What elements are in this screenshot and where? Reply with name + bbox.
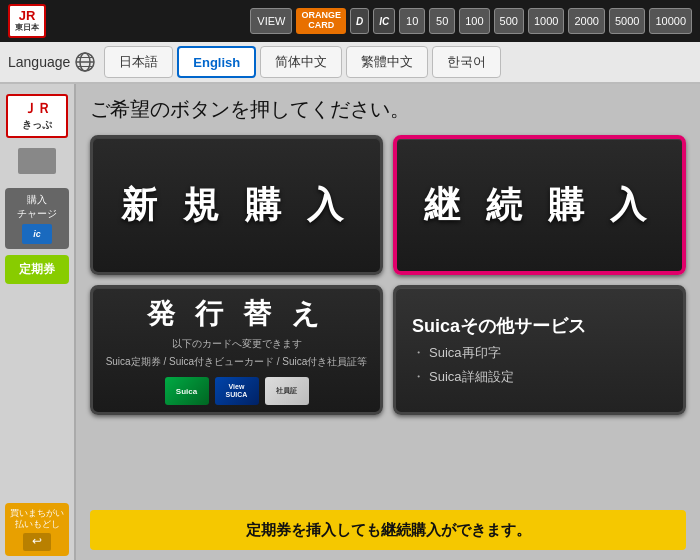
- lang-traditional-chinese[interactable]: 繁體中文: [346, 46, 428, 78]
- suica-other-title: Suicaその他サービス: [412, 314, 586, 338]
- lang-korean[interactable]: 한국어: [432, 46, 501, 78]
- d-card-button[interactable]: D: [350, 8, 369, 34]
- sidebar-jr-logo: ＪＲ きっぷ: [6, 94, 68, 138]
- refund-button[interactable]: 買いまちがい払いもどし ↩: [5, 503, 69, 556]
- instruction-text: ご希望のボタンを押してください。: [90, 96, 686, 123]
- reissue-card-images: Suica ViewSUICA 社員証: [165, 377, 309, 405]
- language-bar: Language 日本語 English 简体中文 繁體中文 한국어: [0, 42, 700, 84]
- continue-purchase-label: 継 続 購 入: [424, 181, 654, 230]
- bottom-banner: 定期券を挿入しても継続購入ができます。: [90, 510, 686, 550]
- view-card-chip: ViewSUICA: [215, 377, 259, 405]
- lang-simplified-chinese[interactable]: 简体中文: [260, 46, 342, 78]
- jr-logo-top: JR 東日本: [8, 4, 46, 38]
- coin-2000[interactable]: 2000: [568, 8, 604, 34]
- suica-other-button[interactable]: Suicaその他サービス ・ Suica再印字 ・ Suica詳細設定: [393, 285, 686, 415]
- coin-500[interactable]: 500: [494, 8, 524, 34]
- main-area: ＪＲ きっぷ 購入 チャージ ic 定期券 買いまちがい払いもどし ↩ ご希望の…: [0, 84, 700, 560]
- coin-5000[interactable]: 5000: [609, 8, 645, 34]
- top-bar: JR 東日本 VIEW ORANGECARD D IC 10 50 100 50…: [0, 0, 700, 42]
- coin-100[interactable]: 100: [459, 8, 489, 34]
- employee-card-chip: 社員証: [265, 377, 309, 405]
- refund-icon: ↩: [23, 533, 51, 551]
- suica-reprint-item: ・ Suica再印字: [412, 344, 501, 362]
- sidebar: ＪＲ きっぷ 購入 チャージ ic 定期券 買いまちがい払いもどし ↩: [0, 84, 76, 560]
- coin-1000[interactable]: 1000: [528, 8, 564, 34]
- orange-card-button[interactable]: ORANGECARD: [296, 8, 346, 34]
- coin-10000[interactable]: 10000: [649, 8, 692, 34]
- ic-card-button[interactable]: IC: [373, 8, 395, 34]
- content-area: ご希望のボタンを押してください。 新 規 購 入 継 続 購 入 発 行 替 え…: [76, 84, 700, 560]
- reissue-cards-desc: Suica定期券 / Suica付きビューカード / Suica付き社員証等: [106, 355, 368, 369]
- coin-10[interactable]: 10: [399, 8, 425, 34]
- teiki-button[interactable]: 定期券: [5, 255, 69, 284]
- lang-english[interactable]: English: [177, 46, 256, 78]
- main-buttons-grid: 新 規 購 入 継 続 購 入 発 行 替 え 以下のカードへ変更できます Su…: [90, 135, 686, 500]
- reissue-desc: 以下のカードへ変更できます: [172, 337, 302, 351]
- new-purchase-label: 新 規 購 入: [121, 181, 351, 230]
- language-label: Language: [8, 51, 96, 73]
- suica-card-chip: Suica: [165, 377, 209, 405]
- reissue-button[interactable]: 発 行 替 え 以下のカードへ変更できます Suica定期券 / Suica付き…: [90, 285, 383, 415]
- ticket-icon: [18, 148, 56, 174]
- continue-purchase-button[interactable]: 継 続 購 入: [393, 135, 686, 275]
- purchase-charge-button[interactable]: 購入 チャージ ic: [5, 188, 69, 249]
- view-button[interactable]: VIEW: [250, 8, 292, 34]
- globe-icon: [74, 51, 96, 73]
- lang-japanese[interactable]: 日本語: [104, 46, 173, 78]
- suica-settings-item: ・ Suica詳細設定: [412, 368, 514, 386]
- reissue-label: 発 行 替 え: [147, 295, 325, 333]
- coin-50[interactable]: 50: [429, 8, 455, 34]
- new-purchase-button[interactable]: 新 規 購 入: [90, 135, 383, 275]
